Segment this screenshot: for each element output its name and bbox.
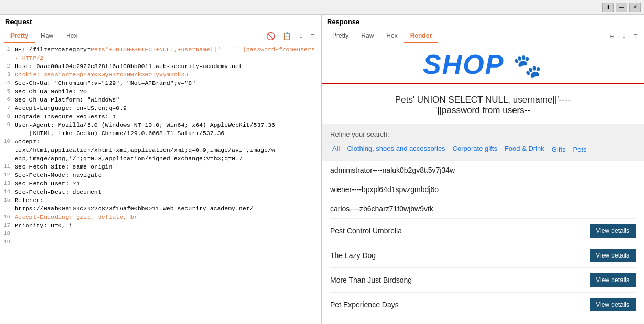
line-number: 15 (0, 196, 15, 203)
tag-food-drink[interactable]: Food & Drink (503, 143, 547, 154)
tag-corporate-gifts[interactable]: Corporate gifts (451, 143, 499, 154)
tab-pretty-response[interactable]: Pretty (326, 29, 355, 43)
line-number (0, 205, 15, 205)
response-panel-title: Response (322, 15, 644, 29)
user-row-carlos: carlos----zb6charz71f0wjbw9vtk (330, 199, 636, 219)
view-details-button-birdsong[interactable]: View details (590, 273, 636, 287)
line-content: Host: 0aab00a104c2922c828f16af00bb0011.w… (15, 62, 321, 71)
refine-section: Refine your search: All Clothing, shoes … (322, 124, 644, 161)
response-icon-1[interactable]: ⊟ (608, 31, 616, 42)
user-wiener-text: wiener----bpxpl64d1spvzgmbdj6o (330, 185, 636, 194)
code-line-10: 10 Accept: (0, 138, 321, 146)
code-line-5: 5 Sec-Ch-Ua-Mobile: ?0 (0, 87, 321, 96)
tab-raw-response[interactable]: Raw (355, 29, 380, 43)
code-line-8: 8 Upgrade-Insecure-Requests: 1 (0, 113, 321, 121)
line-content: Sec-Ch-Ua-Mobile: ?0 (15, 87, 321, 96)
tab-hex-request[interactable]: Hex (60, 29, 83, 43)
tab-render-response[interactable]: Render (404, 29, 438, 43)
tab-pretty-request[interactable]: Pretty (4, 29, 35, 43)
view-details-button-pet-experience[interactable]: View details (590, 298, 636, 311)
line-number: 16 (0, 213, 15, 220)
line-number: 19 (0, 238, 15, 245)
product-row-pest: Pest Control Umbrella View details (330, 219, 636, 243)
line-content: Priority: u=0, i (15, 221, 321, 230)
request-panel: Request Pretty Raw Hex 🚫 📋 ↕ ≡ 1 GET /fi… (0, 15, 322, 324)
line-number: 6 (0, 96, 15, 103)
view-details-button-pest[interactable]: View details (590, 224, 636, 238)
code-line-7: 7 Accept-Language: en-US,en;q=0.9 (0, 104, 321, 113)
line-content: (KHTML, like Gecko) Chrome/129.0.6668.71… (15, 129, 321, 138)
product-name-pest: Pest Control Umbrella (330, 227, 590, 235)
code-line-6: 6 Sec-Ch-Ua-Platform: "Windows" (0, 96, 321, 104)
code-line-9b: (KHTML, like Gecko) Chrome/129.0.6668.71… (0, 129, 321, 138)
code-line-3: 3 Cookie: session=eSpYaYKKWyH4zc9NWYk3Ho… (0, 71, 321, 79)
response-menu-icon[interactable]: ≡ (631, 31, 640, 41)
product-row-birdsong: More Than Just Birdsong View details (330, 268, 636, 293)
tag-pets[interactable]: Pets (571, 144, 589, 154)
line-content: Sec-Fetch-Dest: document (15, 188, 321, 196)
top-bar: ⏸ — ✕ (0, 0, 644, 15)
line-content: Accept-Encoding: gzip, deflate, br (15, 213, 321, 221)
line-number: 8 (0, 113, 15, 119)
response-icon-2[interactable]: ↕ (619, 31, 628, 41)
code-line-12: 12 Sec-Fetch-Mode: navigate (0, 171, 321, 180)
response-render-area: SHOP 🐾 Pets' UNION SELECT NULL, username… (322, 43, 644, 324)
line-content: Accept: (15, 138, 321, 146)
line-number (0, 129, 15, 130)
tag-gifts[interactable]: Gifts (550, 144, 568, 154)
user-row-admin: administrator----naluk0b2gv8tt5v7j34w (330, 161, 636, 180)
line-content: GET /filter?category=Pets'+UNION+SELECT+… (15, 46, 321, 62)
line-number: 10 (0, 138, 15, 144)
request-tabs-bar: Pretty Raw Hex 🚫 📋 ↕ ≡ (0, 29, 321, 43)
code-line-1: 1 GET /filter?category=Pets'+UNION+SELEC… (0, 46, 321, 62)
line-number: 18 (0, 230, 15, 237)
tag-clothing[interactable]: Clothing, shoes and accessories (345, 143, 447, 154)
tab-hex-response[interactable]: Hex (380, 29, 403, 43)
line-number: 5 (0, 87, 15, 94)
product-name-lazy-dog: The Lazy Dog (330, 251, 590, 260)
tag-all[interactable]: All (330, 143, 342, 154)
line-content: Accept-Language: en-US,en;q=0.9 (15, 104, 321, 113)
code-line-13: 13 Sec-Fetch-User: ?1 (0, 180, 321, 188)
line-content: Sec-Fetch-User: ?1 (15, 180, 321, 188)
code-line-18: 18 (0, 230, 321, 238)
code-line-9: 9 User-Agent: Mozilla/5.0 (Windows NT 10… (0, 121, 321, 129)
product-name-birdsong: More Than Just Birdsong (330, 276, 590, 284)
results-list: administrator----naluk0b2gv8tt5v7j34w wi… (322, 161, 644, 317)
request-panel-title: Request (0, 15, 321, 29)
code-line-4: 4 Sec-Ch-Ua: "Chromium";v="129", "Not=A?… (0, 79, 321, 87)
pause-button[interactable]: ⏸ (602, 3, 614, 12)
line-number (0, 146, 15, 147)
shop-logo: SHOP 🐾 (322, 49, 644, 80)
line-content: User-Agent: Mozilla/5.0 (Windows NT 10.0… (15, 121, 321, 129)
resize-icon[interactable]: ↕ (297, 31, 305, 41)
code-line-19: 19 (0, 238, 321, 247)
refine-tags: All Clothing, shoes and accessories Corp… (330, 143, 636, 154)
view-details-button-lazy-dog[interactable]: View details (590, 249, 636, 262)
line-number: 7 (0, 104, 15, 111)
request-code-area: 1 GET /filter?category=Pets'+UNION+SELEC… (0, 43, 321, 324)
line-content: https://0aab00a104c2922c828f16af00bb0011… (15, 205, 321, 213)
sql-injection-result: Pets' UNION SELECT NULL, username||'----… (322, 84, 644, 124)
line-number: 3 (0, 71, 15, 77)
no-intercept-icon[interactable]: 🚫 (264, 31, 277, 42)
line-content: ebp,image/apng,*/*;q=0.8,application/sig… (15, 154, 321, 163)
line-content: Referer: (15, 196, 321, 205)
menu-icon[interactable]: ≡ (309, 31, 317, 41)
user-admin-text: administrator----naluk0b2gv8tt5v7j34w (330, 166, 636, 174)
code-line-15: 15 Referer: (0, 196, 321, 205)
code-line-10b: text/html,application/xhtml+xml,applicat… (0, 146, 321, 154)
line-content: Sec-Fetch-Site: same-origin (15, 163, 321, 171)
code-line-16: 16 Accept-Encoding: gzip, deflate, br (0, 213, 321, 221)
line-content: Sec-Ch-Ua-Platform: "Windows" (15, 96, 321, 104)
product-name-pet-experience: Pet Experience Days (330, 300, 590, 309)
minimize-button[interactable]: — (616, 3, 627, 12)
line-number: 11 (0, 163, 15, 170)
code-line-17: 17 Priority: u=0, i (0, 221, 321, 230)
user-row-wiener: wiener----bpxpl64d1spvzgmbdj6o (330, 180, 636, 199)
close-button[interactable]: ✕ (629, 3, 641, 12)
tab-raw-request[interactable]: Raw (35, 29, 60, 43)
line-content: text/html,application/xhtml+xml,applicat… (15, 146, 321, 154)
clipboard-icon[interactable]: 📋 (280, 31, 293, 42)
shop-header: SHOP 🐾 (322, 43, 644, 84)
